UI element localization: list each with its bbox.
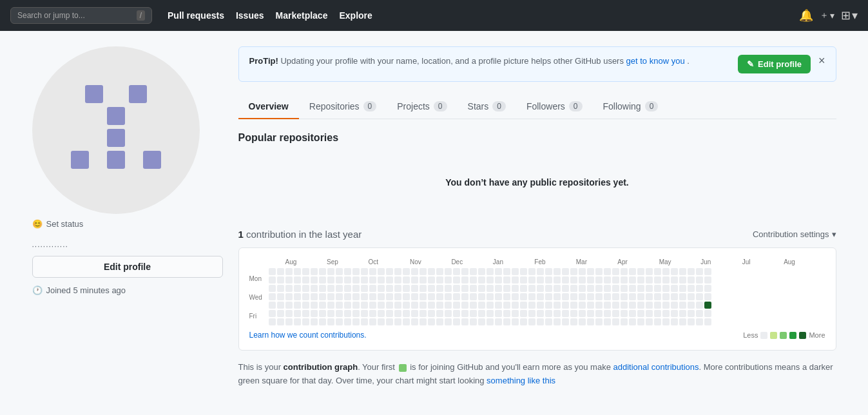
contrib-cell[interactable] — [637, 268, 644, 275]
contrib-cell[interactable] — [671, 302, 678, 309]
contrib-cell[interactable] — [453, 276, 460, 284]
contrib-cell[interactable] — [311, 276, 318, 284]
contrib-cell[interactable] — [562, 276, 569, 284]
contrib-cell[interactable] — [369, 318, 376, 325]
contrib-cell[interactable] — [570, 285, 577, 292]
contrib-cell[interactable] — [487, 318, 494, 325]
contrib-cell[interactable] — [361, 318, 368, 325]
contrib-cell[interactable] — [470, 293, 477, 300]
contrib-cell[interactable] — [327, 268, 334, 275]
contrib-cell[interactable] — [595, 310, 603, 317]
contrib-cell[interactable] — [344, 276, 351, 284]
contrib-cell[interactable] — [604, 310, 611, 317]
contrib-cell[interactable] — [394, 302, 401, 309]
contrib-cell[interactable] — [428, 285, 435, 292]
contrib-cell[interactable] — [403, 293, 410, 300]
contrib-cell[interactable] — [386, 268, 393, 275]
contrib-cell[interactable] — [537, 268, 544, 275]
contrib-cell[interactable] — [386, 285, 393, 292]
contrib-cell[interactable] — [470, 310, 477, 317]
contrib-cell[interactable] — [654, 293, 661, 300]
contrib-cell[interactable] — [662, 276, 670, 284]
contrib-cell[interactable] — [604, 318, 611, 325]
contrib-cell[interactable] — [445, 276, 452, 284]
contrib-cell[interactable] — [503, 268, 510, 275]
plus-button[interactable]: ＋ ▾ — [820, 10, 834, 21]
contrib-cell[interactable] — [394, 318, 401, 325]
contrib-cell[interactable] — [277, 318, 284, 325]
contrib-cell[interactable] — [319, 285, 326, 292]
contrib-cell[interactable] — [562, 268, 569, 275]
contrib-cell[interactable] — [579, 293, 586, 300]
contrib-cell[interactable] — [319, 310, 326, 317]
contrib-cell[interactable] — [327, 285, 334, 292]
contrib-cell[interactable] — [512, 268, 519, 275]
contrib-cell[interactable] — [277, 285, 284, 292]
contrib-cell[interactable] — [461, 268, 468, 275]
contrib-cell[interactable] — [369, 276, 376, 284]
contrib-cell[interactable] — [269, 318, 276, 325]
contrib-cell[interactable] — [554, 318, 561, 325]
contrib-cell[interactable] — [654, 310, 661, 317]
contrib-cell[interactable] — [378, 310, 385, 317]
contrib-cell[interactable] — [554, 310, 561, 317]
contrib-cell[interactable] — [302, 318, 309, 325]
contrib-cell[interactable] — [520, 285, 527, 292]
contrib-cell[interactable] — [654, 276, 661, 284]
grid-button[interactable]: ⊞ ▾ — [841, 8, 858, 23]
contrib-cell[interactable] — [478, 293, 485, 300]
contrib-cell[interactable] — [378, 268, 385, 275]
contrib-cell[interactable] — [537, 293, 544, 300]
protip-link[interactable]: get to know you — [626, 56, 685, 66]
contrib-cell[interactable] — [545, 293, 552, 300]
contrib-cell[interactable] — [520, 276, 527, 284]
contrib-cell[interactable] — [319, 276, 326, 284]
contrib-cell[interactable] — [503, 302, 510, 309]
contrib-cell[interactable] — [528, 276, 535, 284]
contrib-cell[interactable] — [554, 293, 561, 300]
contrib-cell[interactable] — [378, 285, 385, 292]
contrib-cell[interactable] — [537, 318, 544, 325]
contrib-cell[interactable] — [704, 318, 711, 325]
contrib-cell[interactable] — [579, 310, 586, 317]
contrib-cell[interactable] — [595, 268, 603, 275]
contrib-cell[interactable] — [428, 302, 435, 309]
contrib-cell[interactable] — [352, 310, 360, 317]
contrib-cell[interactable] — [688, 293, 695, 300]
contrib-cell[interactable] — [654, 285, 661, 292]
contrib-cell[interactable] — [294, 310, 301, 317]
nav-pull-requests[interactable]: Pull requests — [168, 10, 224, 21]
contrib-cell[interactable] — [646, 318, 653, 325]
contrib-cell[interactable] — [562, 302, 569, 309]
contrib-cell[interactable] — [587, 310, 594, 317]
contrib-cell[interactable] — [621, 276, 628, 284]
contrib-cell[interactable] — [562, 310, 569, 317]
contrib-cell[interactable] — [369, 302, 376, 309]
contrib-cell[interactable] — [604, 285, 611, 292]
bell-icon[interactable]: 🔔 — [799, 8, 813, 23]
contrib-cell[interactable] — [311, 318, 318, 325]
contrib-cell[interactable] — [587, 285, 594, 292]
contrib-cell[interactable] — [621, 310, 628, 317]
contrib-cell[interactable] — [679, 268, 686, 275]
contrib-cell[interactable] — [411, 276, 418, 284]
contrib-cell[interactable] — [646, 268, 653, 275]
contrib-cell[interactable] — [621, 268, 628, 275]
contrib-cell[interactable] — [394, 268, 401, 275]
contrib-cell[interactable] — [369, 285, 376, 292]
contrib-cell[interactable] — [386, 276, 393, 284]
contribution-settings-button[interactable]: Contribution settings ▾ — [753, 229, 836, 239]
contrib-cell[interactable] — [445, 293, 452, 300]
contrib-cell[interactable] — [570, 302, 577, 309]
contrib-cell[interactable] — [361, 285, 368, 292]
contrib-cell[interactable] — [495, 302, 502, 309]
contrib-cell[interactable] — [344, 285, 351, 292]
contrib-cell[interactable] — [277, 276, 284, 284]
contrib-cell[interactable] — [478, 302, 485, 309]
contrib-cell[interactable] — [554, 268, 561, 275]
contrib-cell[interactable] — [520, 268, 527, 275]
contrib-cell[interactable] — [420, 276, 427, 284]
contrib-cell[interactable] — [428, 310, 435, 317]
contrib-cell[interactable] — [436, 310, 443, 317]
contrib-cell[interactable] — [336, 318, 343, 325]
